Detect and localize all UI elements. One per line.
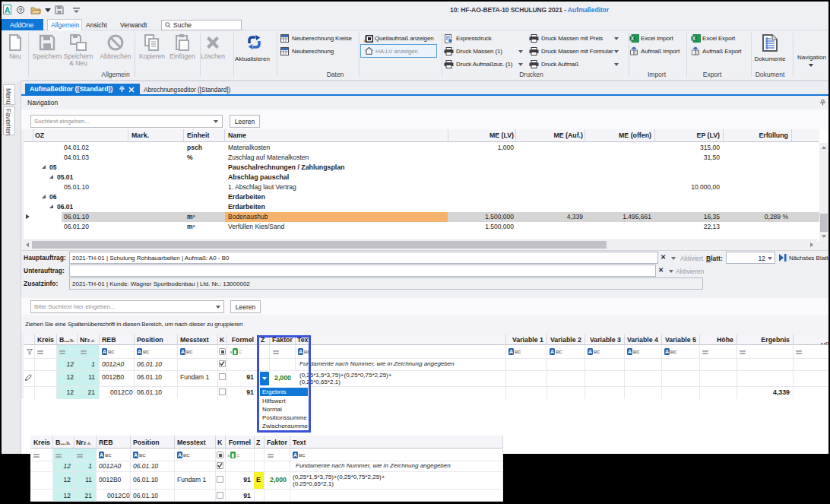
svg-text:X: X [692,36,696,41]
svg-text:X: X [631,36,635,41]
